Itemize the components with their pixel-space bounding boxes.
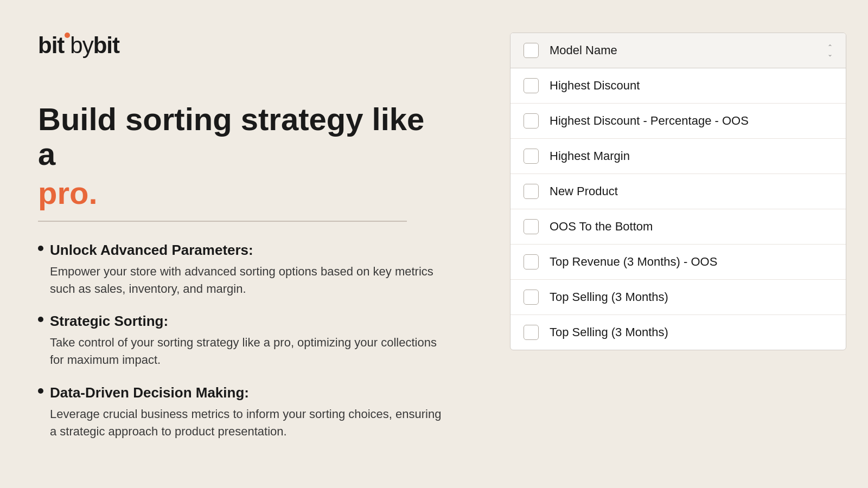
- logo: bitbybit: [38, 33, 450, 59]
- feature-title-2: Strategic Sorting:: [50, 312, 168, 331]
- row-checkbox-2[interactable]: [524, 113, 539, 129]
- feature-header-1: Unlock Advanced Parameters:: [38, 241, 450, 260]
- table-row[interactable]: Highest Discount: [510, 68, 846, 104]
- bullet-1: [38, 246, 43, 251]
- table-row[interactable]: Highest Discount - Percentage - OOS: [510, 104, 846, 139]
- logo-text: bitbybit: [38, 33, 119, 59]
- feature-header-3: Data-Driven Decision Making:: [38, 384, 450, 402]
- table-row[interactable]: Highest Margin: [510, 139, 846, 174]
- feature-title-3: Data-Driven Decision Making:: [50, 384, 249, 402]
- bullet-3: [38, 388, 43, 394]
- row-label-7: Top Selling (3 Months): [550, 290, 668, 304]
- row-label-8: Top Selling (3 Months): [550, 325, 668, 339]
- sort-arrows[interactable]: ⌃ ⌄: [827, 44, 833, 57]
- row-label-4: New Product: [550, 184, 618, 198]
- logo-bit2: bit: [93, 33, 119, 58]
- row-checkbox-5[interactable]: [524, 219, 539, 234]
- feature-body-3: Leverage crucial business metrics to inf…: [38, 406, 450, 440]
- right-panel: Model Name ⌃ ⌄ Highest Discount Highest …: [488, 0, 868, 488]
- feature-item-2: Strategic Sorting: Take control of your …: [38, 312, 450, 369]
- table-header[interactable]: Model Name ⌃ ⌄: [510, 33, 846, 68]
- feature-item-1: Unlock Advanced Parameters: Empower your…: [38, 241, 450, 298]
- row-label-5: OOS To the Bottom: [550, 220, 653, 234]
- headline-line2: pro.: [38, 176, 450, 210]
- feature-body-1: Empower your store with advanced sorting…: [38, 263, 450, 298]
- table-row[interactable]: OOS To the Bottom: [510, 209, 846, 245]
- row-checkbox-6[interactable]: [524, 254, 539, 269]
- headline-line1: Build sorting strategy like a: [38, 102, 450, 171]
- left-panel: bitbybit Build sorting strategy like a p…: [0, 0, 488, 488]
- sort-up-icon: ⌃: [827, 44, 833, 50]
- features-list: Unlock Advanced Parameters: Empower your…: [38, 241, 450, 440]
- feature-title-1: Unlock Advanced Parameters:: [50, 241, 253, 260]
- row-checkbox-1[interactable]: [524, 78, 539, 93]
- row-label-3: Highest Margin: [550, 149, 630, 163]
- feature-header-2: Strategic Sorting:: [38, 312, 450, 331]
- table-row[interactable]: Top Selling (3 Months): [510, 315, 846, 350]
- row-checkbox-3[interactable]: [524, 149, 539, 164]
- header-label: Model Name: [550, 43, 813, 57]
- row-checkbox-4[interactable]: [524, 184, 539, 199]
- sort-down-icon: ⌄: [827, 51, 833, 57]
- logo-dot: [65, 33, 70, 38]
- feature-body-2: Take control of your sorting strategy li…: [38, 334, 450, 369]
- row-label-1: Highest Discount: [550, 79, 640, 93]
- header-checkbox[interactable]: [524, 43, 539, 58]
- table-row[interactable]: New Product: [510, 174, 846, 209]
- row-checkbox-8[interactable]: [524, 325, 539, 340]
- divider: [38, 221, 407, 222]
- model-name-dropdown: Model Name ⌃ ⌄ Highest Discount Highest …: [510, 33, 846, 350]
- logo-by: by: [70, 33, 93, 58]
- row-label-2: Highest Discount - Percentage - OOS: [550, 114, 749, 128]
- bullet-2: [38, 317, 43, 322]
- headline: Build sorting strategy like a pro.: [38, 102, 450, 221]
- row-checkbox-7[interactable]: [524, 290, 539, 305]
- logo-bit1: bit: [38, 33, 64, 58]
- row-label-6: Top Revenue (3 Months) - OOS: [550, 255, 717, 269]
- feature-item-3: Data-Driven Decision Making: Leverage cr…: [38, 384, 450, 440]
- table-row[interactable]: Top Revenue (3 Months) - OOS: [510, 245, 846, 280]
- table-row[interactable]: Top Selling (3 Months): [510, 280, 846, 315]
